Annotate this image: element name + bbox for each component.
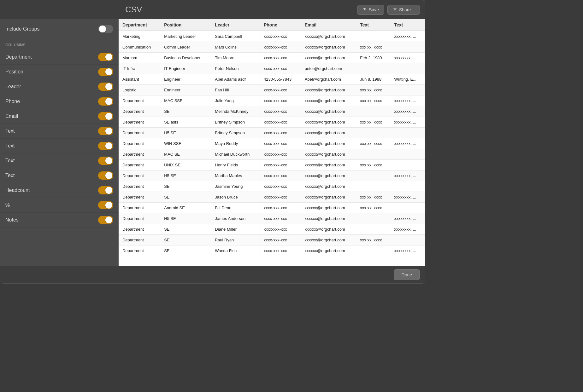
sidebar-column-item: Phone [0,94,118,109]
table-cell: H5 SE [160,128,211,138]
table-area[interactable]: DepartmentPositionLeaderPhoneEmailTextTe… [119,19,425,266]
table-cell: xxxxxx@orgchart.com [301,85,356,95]
column-toggle-6[interactable] [98,142,113,150]
sidebar-column-item: Text [0,124,118,139]
table-cell: xxxxxx@orgchart.com [301,138,356,149]
table-cell: xxxx-xxx-xxx [260,203,301,213]
sidebar-column-label: Notes [5,217,19,223]
table-cell: Jun 8, 1988 [356,74,390,85]
sidebar-column-label: % [5,202,10,208]
column-toggle-1[interactable] [98,68,113,76]
table-cell: xxx xx, xxxx [356,235,390,245]
toggle-knob [105,187,112,194]
share-button[interactable]: Share... [387,5,420,15]
column-toggle-3[interactable] [98,97,113,106]
table-cell: 4230-555-7843 [260,74,301,85]
table-cell: Paul Ryan [211,235,260,245]
table-cell: H5 SE [160,213,211,224]
save-button[interactable]: Save [357,5,384,15]
table-row: DepartmentSEPaul Ryanxxxx-xxx-xxxxxxxxx@… [119,235,425,245]
toggle-knob [105,202,112,209]
table-cell: IT Engineer [160,63,211,74]
table-cell: xxxxxxxx, ... [390,245,425,256]
table-cell: Assistant [119,74,160,85]
table-cell: Michael Duckworth [211,149,260,160]
table-cell: xxxxxx@orgchart.com [301,192,356,203]
table-row: MarketingMarketing LeaderSara Campbellxx… [119,31,425,42]
column-toggle-7[interactable] [98,157,113,165]
column-toggle-0[interactable] [98,53,113,61]
table-row: DepartmentSEWanda Fishxxxx-xxx-xxxxxxxxx… [119,245,425,256]
table-cell: SE [160,192,211,203]
table-cell: Abel Adams asdf [211,74,260,85]
table-cell: xxxxxx@orgchart.com [301,149,356,160]
table-cell: Fan Hill [211,85,260,95]
toggle-knob [105,83,112,90]
column-toggle-4[interactable] [98,112,113,120]
column-toggle-11[interactable] [98,216,113,224]
save-icon [362,8,367,12]
table-cell: H5 SE [160,170,211,181]
table-cell: Comm Leader [160,42,211,53]
table-row: DepartmentAndroid SEBill Deanxxxx-xxx-xx… [119,203,425,213]
table-cell: xxxx-xxx-xxx [260,192,301,203]
column-toggle-5[interactable] [98,127,113,135]
table-cell: xxxx-xxx-xxx [260,160,301,170]
include-groups-toggle[interactable] [98,25,113,33]
sidebar-column-item: Leader [0,79,118,94]
table-cell [390,160,425,170]
table-cell: xxxx-xxx-xxx [260,181,301,192]
table-cell: Writting, E... [390,74,425,85]
columns-section-label: COLUMNS [0,39,118,50]
column-toggle-2[interactable] [98,83,113,91]
table-cell: xxxx-xxx-xxx [260,170,301,181]
table-cell: Department [119,192,160,203]
svg-rect-7 [393,11,397,11]
table-cell: Jason Bruce [211,192,260,203]
svg-rect-3 [363,11,367,11]
table-cell: Marketing [119,31,160,42]
sidebar-column-item: Department [0,50,118,65]
csv-table: DepartmentPositionLeaderPhoneEmailTextTe… [119,19,425,256]
toggle-knob [105,113,112,120]
done-button[interactable]: Done [394,269,420,280]
table-cell: xxxxxx@orgchart.com [301,106,356,117]
table-cell: xxxxxxxx, ... [390,106,425,117]
table-cell: Jasmine Young [211,181,260,192]
table-cell: James Anderson [211,213,260,224]
table-cell: xxxx-xxx-xxx [260,31,301,42]
table-cell: Henry Fields [211,160,260,170]
include-groups-row: Include Groups [0,19,118,39]
table-cell: Feb 2, 1980 [356,53,390,63]
table-cell: xxxx-xxx-xxx [260,224,301,235]
table-column-header: Email [301,19,356,31]
column-toggle-10[interactable] [98,201,113,209]
table-cell: xxx xx, xxxx [356,203,390,213]
table-cell: SE [160,224,211,235]
table-cell: Communication [119,42,160,53]
sidebar-column-item: Notes [0,213,118,228]
table-cell: MAC SSE [160,95,211,106]
table-cell: xxxx-xxx-xxx [260,149,301,160]
table-cell: xxxx-xxx-xxx [260,85,301,95]
table-cell [356,149,390,160]
table-cell: xxxx-xxx-xxx [260,63,301,74]
table-cell: Abel@orgchart.com [301,74,356,85]
table-cell: xxxx-xxx-xxx [260,213,301,224]
table-cell [356,213,390,224]
table-row: DepartmentSEMelinda McKinneyxxxx-xxx-xxx… [119,106,425,117]
table-row: DepartmentH5 SEJames Andersonxxxx-xxx-xx… [119,213,425,224]
table-cell: xxxxxxxx, ... [390,95,425,106]
table-cell: Bill Dean [211,203,260,213]
table-cell [390,181,425,192]
table-cell: xxxxxx@orgchart.com [301,181,356,192]
column-toggle-8[interactable] [98,171,113,180]
sidebar-columns-list: DepartmentPositionLeaderPhoneEmailTextTe… [0,50,118,228]
column-toggle-9[interactable] [98,186,113,194]
table-cell: Mars Colins [211,42,260,53]
sidebar-column-label: Headcount [5,187,30,193]
table-cell: xxxx-xxx-xxx [260,245,301,256]
table-cell: Engineer [160,74,211,85]
table-cell: xxx xx, xxxx [356,160,390,170]
header-buttons: Save Share... [357,5,420,15]
